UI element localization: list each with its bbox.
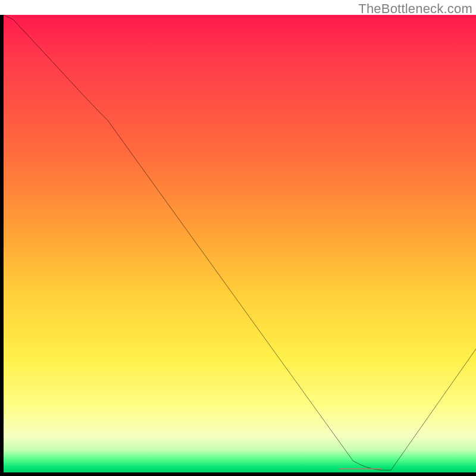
plot-overlay [4, 15, 476, 472]
bottleneck-curve [4, 15, 476, 470]
chart-stage: TheBottleneck.com [0, 0, 476, 476]
watermark-text: TheBottleneck.com [358, 1, 472, 17]
y-axis [0, 15, 4, 476]
x-axis [0, 472, 476, 476]
